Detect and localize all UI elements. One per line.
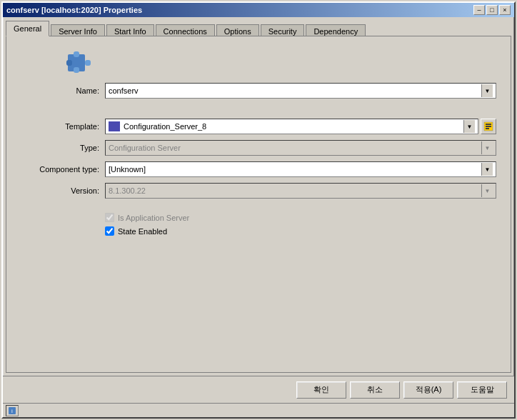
name-row: Name: confserv ▼ <box>21 83 496 99</box>
name-value: confserv <box>109 86 481 95</box>
svg-rect-8 <box>486 128 489 129</box>
is-app-server-row: Is Application Server <box>105 213 496 222</box>
template-edit-button[interactable] <box>481 119 496 134</box>
template-input-container: Configuration_Server_8 ▼ <box>105 119 496 134</box>
svg-rect-2 <box>85 60 91 66</box>
content-area: General Server Info Start Info Connectio… <box>3 17 514 376</box>
apply-button[interactable]: 적용(A) <box>403 381 453 399</box>
ok-button[interactable]: 확인 <box>296 381 346 399</box>
cancel-button[interactable]: 취소 <box>350 381 400 399</box>
svg-rect-6 <box>486 124 491 125</box>
properties-window: confserv [localhost:2020] Properties – □… <box>1 1 516 419</box>
type-row: Type: Configuration Server ▼ <box>21 140 496 156</box>
svg-rect-3 <box>74 67 79 73</box>
component-type-label: Component type: <box>21 165 99 174</box>
type-value: Configuration Server <box>109 144 481 152</box>
title-bar-text: confserv [localhost:2020] Properties <box>6 6 142 14</box>
tab-content-general: Name: confserv ▼ Template: Configura <box>6 36 511 373</box>
title-text: confserv [localhost:2020] Properties <box>6 6 142 14</box>
help-button[interactable]: 도움말 <box>457 381 507 399</box>
name-dropdown[interactable]: confserv ▼ <box>105 83 496 99</box>
template-icon <box>109 121 120 131</box>
title-bar-controls: – □ × <box>473 5 511 15</box>
version-dropdown-arrow: ▼ <box>481 184 493 197</box>
template-label: Template: <box>21 122 99 131</box>
is-app-server-checkbox <box>105 213 114 222</box>
app-icon <box>65 47 94 76</box>
close-button[interactable]: × <box>499 5 511 15</box>
footer: 확인 취소 적용(A) 도움말 <box>3 376 514 403</box>
tab-general[interactable]: General <box>6 21 49 36</box>
status-bar-icon: i <box>6 405 19 416</box>
version-input-container: 8.1.300.22 ▼ <box>105 183 496 199</box>
type-input-container: Configuration Server ▼ <box>105 140 496 156</box>
component-type-dropdown-arrow[interactable]: ▼ <box>481 163 493 176</box>
name-label: Name: <box>21 86 99 95</box>
version-value: 8.1.300.22 <box>109 186 481 195</box>
minimize-button[interactable]: – <box>473 5 485 15</box>
template-value: Configuration_Server_8 <box>124 122 463 131</box>
type-dropdown-arrow: ▼ <box>481 141 493 154</box>
name-input-container: confserv ▼ <box>105 83 496 99</box>
component-type-row: Component type: [Unknown] ▼ <box>21 161 496 177</box>
component-type-value: [Unknown] <box>109 165 481 174</box>
svg-rect-1 <box>74 51 79 57</box>
state-enabled-label: State Enabled <box>118 227 167 236</box>
type-label: Type: <box>21 144 99 152</box>
title-bar: confserv [localhost:2020] Properties – □… <box>3 3 514 17</box>
template-dropdown-arrow[interactable]: ▼ <box>463 120 475 133</box>
svg-rect-4 <box>66 60 72 66</box>
component-type-input-container: [Unknown] ▼ <box>105 161 496 177</box>
version-dropdown: 8.1.300.22 ▼ <box>105 183 496 199</box>
status-bar: i <box>3 403 514 417</box>
template-row: Template: Configuration_Server_8 ▼ <box>21 119 496 134</box>
state-enabled-checkbox[interactable] <box>105 226 114 236</box>
state-enabled-row: State Enabled <box>105 226 496 236</box>
template-dropdown[interactable]: Configuration_Server_8 ▼ <box>105 119 478 134</box>
version-label: Version: <box>21 186 99 195</box>
name-dropdown-arrow[interactable]: ▼ <box>481 84 493 97</box>
svg-rect-7 <box>486 126 491 127</box>
version-row: Version: 8.1.300.22 ▼ <box>21 183 496 199</box>
type-dropdown: Configuration Server ▼ <box>105 140 496 156</box>
maximize-button[interactable]: □ <box>486 5 498 15</box>
tab-bar: General Server Info Start Info Connectio… <box>6 20 511 36</box>
svg-text:i: i <box>11 408 13 414</box>
component-type-dropdown[interactable]: [Unknown] ▼ <box>105 161 496 177</box>
is-app-server-label: Is Application Server <box>118 214 189 222</box>
